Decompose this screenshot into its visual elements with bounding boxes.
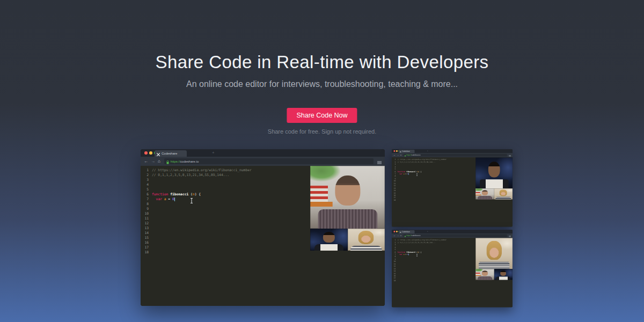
home-icon: ⌂ [158, 159, 160, 164]
new-tab-icon: + [212, 150, 215, 156]
code-token: fibonacci [406, 171, 415, 172]
browser-window-mockup-main: Codeshare + ← → ⌂ https://codeshare.io 1… [141, 149, 385, 306]
line-number: 2 [141, 172, 149, 177]
code-line [152, 250, 252, 254]
participant-video-small [475, 188, 494, 199]
line-numbers: 123456789101112131415161718 [392, 239, 396, 282]
back-icon: ← [393, 154, 396, 156]
tab-title: Codeshare [402, 150, 410, 152]
tab-title: Codeshare [162, 152, 177, 155]
code-line [152, 221, 252, 225]
code-token: // https://en.wikipedia.org/wiki/Fibonac… [397, 239, 447, 240]
code-line [152, 206, 252, 211]
url-host: codeshare.io [412, 235, 421, 237]
code-lines: // https://en.wikipedia.org/wiki/Fibonac… [397, 239, 447, 282]
close-window-icon [393, 231, 395, 232]
page-subtitle: An online code editor for interviews, tr… [0, 79, 644, 89]
code-line [397, 279, 447, 281]
url-text: https://codeshare.io [171, 160, 199, 163]
lock-icon [166, 157, 169, 166]
new-tab-icon: + [427, 230, 428, 233]
forward-icon: → [397, 154, 399, 156]
code-token: ) { [419, 171, 422, 172]
line-number: 17 [141, 245, 149, 250]
forward-icon: → [397, 235, 399, 237]
page-title: Share Code in Real-time with Developers [0, 52, 644, 72]
code-token [174, 197, 175, 201]
browser-tab-bar: Codeshare + [141, 149, 385, 157]
code-line [152, 235, 252, 240]
line-number: 11 [141, 216, 149, 221]
browser-tab: Codeshare [399, 150, 415, 153]
close-window-icon [393, 150, 395, 152]
line-number: 18 [392, 279, 396, 281]
participant-video-large [310, 166, 385, 229]
address-bar: https://codeshare.io [404, 234, 507, 237]
participant-video-small [494, 269, 513, 280]
participant-video-small [348, 229, 385, 251]
code-token: = [166, 197, 172, 201]
code-token [152, 197, 156, 201]
code-token: // 0,1,1,2,3,5,8,13,21,34,55,89,144... [152, 173, 229, 177]
address-bar: https://codeshare.io [164, 158, 374, 164]
home-icon: ⌂ [400, 235, 401, 237]
url-host: codeshare.io [412, 155, 421, 156]
line-number: 8 [141, 201, 149, 206]
line-number: 3 [141, 177, 149, 182]
code-line [152, 211, 252, 216]
browser-toolbar: ← → ⌂ https://codeshare.io [392, 153, 513, 157]
code-line [152, 225, 252, 230]
share-code-now-button[interactable]: Share Code Now [287, 108, 357, 123]
browser-window-mockup-bottom-right: Codeshare + ← → ⌂ https://codeshare.io 1… [392, 230, 513, 307]
code-token: fibonacci [170, 192, 188, 196]
url-text: https://codeshare.io [407, 155, 421, 156]
ibeam-cursor-icon [190, 195, 193, 206]
code-line [152, 182, 252, 187]
code-token: fibonacci [406, 251, 415, 253]
code-token: ) { [195, 192, 201, 196]
codeshare-logo-icon [400, 230, 401, 235]
new-tab-icon: + [427, 150, 428, 152]
code-token: function [397, 171, 405, 172]
line-number: 15 [141, 235, 149, 240]
code-token: function [397, 251, 405, 253]
browser-window-mockup-top-right: Codeshare + ← → ⌂ https://codeshare.io 1… [392, 149, 513, 226]
line-number: 4 [141, 182, 149, 187]
line-numbers: 123456789101112131415161718 [141, 167, 149, 254]
video-row [475, 188, 513, 199]
video-row [475, 269, 513, 280]
code-line [152, 187, 252, 192]
lock-icon [405, 153, 406, 158]
browser-tab: Codeshare [399, 230, 415, 233]
code-line: function fibonacci (n) { [152, 192, 252, 196]
menu-icon [509, 233, 511, 238]
line-number: 16 [141, 240, 149, 245]
line-number: 10 [141, 211, 149, 216]
line-number: 14 [141, 230, 149, 235]
participant-video-small [475, 269, 494, 280]
participant-video-large [475, 238, 513, 269]
ibeam-cursor-icon [416, 172, 418, 177]
line-number: 5 [141, 187, 149, 192]
browser-tab-bar: Codeshare + [392, 149, 513, 153]
url-scheme: https:// [407, 235, 412, 237]
code-token: // 0,1,1,2,3,5,8,13,21,34,55,89,144... [397, 241, 435, 243]
line-number: 18 [392, 199, 396, 201]
code-line [152, 201, 252, 206]
code-line [152, 240, 252, 245]
participant-video-small [310, 229, 348, 251]
back-icon: ← [144, 159, 148, 164]
forward-icon: → [151, 159, 155, 164]
code-token: function [152, 192, 168, 196]
browser-tab: Codeshare [155, 150, 187, 157]
browser-toolbar: ← → ⌂ https://codeshare.io [392, 233, 513, 238]
address-bar: https://codeshare.io [404, 153, 507, 156]
url-text: https://codeshare.io [407, 235, 421, 237]
video-chat-panel [475, 238, 513, 280]
browser-toolbar: ← → ⌂ https://codeshare.io [141, 157, 385, 166]
code-token: // https://en.wikipedia.org/wiki/Fibonac… [152, 168, 252, 172]
home-icon: ⌂ [400, 154, 401, 156]
fine-print: Share code for free. Sign up not require… [0, 128, 644, 135]
line-number: 7 [141, 196, 149, 201]
minimize-window-icon [396, 231, 398, 232]
